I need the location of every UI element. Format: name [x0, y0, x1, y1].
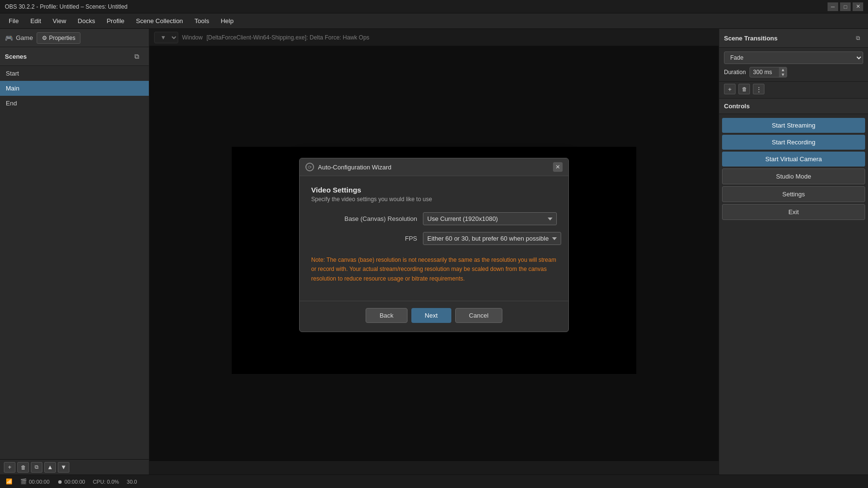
menu-help[interactable]: Help — [216, 15, 238, 26]
scenes-toolbar: + 🗑 ⧉ ▲ ▼ — [0, 459, 149, 475]
menu-file[interactable]: File — [4, 15, 24, 26]
resolution-label: Base (Canvas) Resolution — [311, 215, 417, 222]
auto-config-dialog: ⟳ Auto-Configuration Wizard ✕ Video Sett… — [299, 158, 569, 332]
more-transition-button[interactable]: ⋮ — [753, 84, 764, 94]
controls-header: Controls — [719, 99, 868, 114]
time1-status: 🎬 00:00:00 — [20, 478, 50, 485]
time1-value: 00:00:00 — [29, 479, 50, 485]
transitions-title: Scene Transitions — [724, 35, 777, 42]
fps-label: FPS — [311, 235, 417, 242]
settings-button[interactable]: Settings — [722, 186, 865, 202]
network-status: 📶 — [6, 478, 13, 485]
titlebar-close-button[interactable]: ✕ — [853, 2, 863, 11]
delete-scene-button[interactable]: 🗑 — [17, 462, 29, 473]
network-icon: 📶 — [6, 478, 13, 485]
duration-down-button[interactable]: ▼ — [779, 72, 787, 77]
start-streaming-button[interactable]: Start Streaming — [722, 118, 865, 133]
menu-profile[interactable]: Profile — [102, 15, 129, 26]
scenes-list: Start Main End — [0, 66, 149, 459]
next-button[interactable]: Next — [411, 308, 451, 323]
game-icon: 🎮 — [5, 34, 13, 42]
fps-value: 30.0 — [127, 479, 137, 485]
right-panel: Scene Transitions ⧉ Fade Duration ▲ ▼ + … — [719, 29, 868, 475]
dialog-title: Auto-Configuration Wizard — [318, 164, 549, 171]
cancel-button[interactable]: Cancel — [455, 308, 502, 323]
properties-bar: 🎮 Game ⚙ Properties — [0, 29, 149, 47]
section-title: Video Settings — [311, 186, 557, 194]
fps-row: FPS Either 60 or 30, but prefer 60 when … — [311, 232, 557, 245]
fps-select[interactable]: Either 60 or 30, but prefer 60 when poss… — [423, 232, 561, 245]
studio-mode-button[interactable]: Studio Mode — [722, 168, 865, 184]
duration-row: Duration ▲ ▼ — [724, 67, 863, 77]
titlebar-title: OBS 30.2.2 - Profile: Untitled – Scenes:… — [5, 3, 128, 10]
move-scene-up-button[interactable]: ▲ — [44, 462, 56, 473]
time2-value: 00:00:00 — [65, 479, 85, 485]
clock2-icon: ⏺ — [57, 479, 63, 485]
dialog-body: Video Settings Specify the video setting… — [300, 176, 568, 301]
section-subtitle: Specify the video settings you would lik… — [311, 196, 557, 203]
dialog-overlay: ⟳ Auto-Configuration Wizard ✕ Video Sett… — [149, 29, 719, 461]
scene-item-start[interactable]: Start — [0, 66, 149, 81]
menu-edit[interactable]: Edit — [26, 15, 46, 26]
dialog-close-button[interactable]: ✕ — [553, 162, 563, 172]
start-recording-button[interactable]: Start Recording — [722, 135, 865, 150]
cpu-status: CPU: 0.0% — [93, 479, 119, 485]
resolution-row: Base (Canvas) Resolution Use Current (19… — [311, 212, 557, 225]
scenes-header: Scenes ⧉ — [0, 47, 149, 66]
menu-scene-collection[interactable]: Scene Collection — [131, 15, 188, 26]
duplicate-scene-button[interactable]: ⧉ — [31, 462, 42, 473]
titlebar: OBS 30.2.2 - Profile: Untitled – Scenes:… — [0, 0, 868, 13]
menu-view[interactable]: View — [48, 15, 71, 26]
resolution-select[interactable]: Use Current (1920x1080) 1280x720 1920x10… — [423, 212, 557, 225]
add-transition-button[interactable]: + — [724, 84, 736, 94]
transitions-expand-icon[interactable]: ⧉ — [853, 33, 863, 43]
scenes-title: Scenes — [5, 53, 27, 60]
duration-label: Duration — [724, 69, 746, 76]
scenes-copy-icon[interactable]: ⧉ — [132, 51, 142, 62]
titlebar-controls: ─ □ ✕ — [828, 2, 863, 11]
duration-input[interactable] — [750, 67, 779, 77]
warning-box: Note: The canvas (base) resolution is no… — [311, 252, 557, 287]
controls-title: Controls — [724, 103, 750, 110]
dialog-footer: Back Next Cancel — [300, 301, 568, 332]
statusbar: 📶 🎬 00:00:00 ⏺ 00:00:00 CPU: 0.0% 30.0 — [0, 475, 868, 488]
add-scene-button[interactable]: + — [4, 462, 15, 473]
menu-tools[interactable]: Tools — [190, 15, 214, 26]
duration-spinners: ▲ ▼ — [779, 67, 787, 77]
menu-docks[interactable]: Docks — [73, 15, 100, 26]
clock1-icon: 🎬 — [20, 478, 27, 485]
game-label-text: Game — [16, 34, 33, 41]
game-label: 🎮 Game — [5, 34, 33, 42]
fade-dropdown[interactable]: Fade — [724, 51, 863, 64]
controls-body: Start Streaming Start Recording Start Vi… — [719, 114, 868, 224]
properties-button[interactable]: ⚙ Properties — [37, 32, 80, 44]
minimize-button[interactable]: ─ — [828, 2, 838, 11]
transitions-icons: + 🗑 ⋮ — [719, 82, 868, 98]
scene-item-main[interactable]: Main — [0, 81, 149, 96]
left-sidebar: 🎮 Game ⚙ Properties Scenes ⧉ Start Main … — [0, 29, 149, 475]
delete-transition-button[interactable]: 🗑 — [738, 84, 750, 94]
wizard-icon: ⟳ — [305, 163, 314, 171]
back-button[interactable]: Back — [366, 308, 408, 323]
transitions-header: Scene Transitions ⧉ — [719, 29, 868, 48]
time2-status: ⏺ 00:00:00 — [57, 479, 85, 485]
cpu-label: CPU: 0.0% — [93, 479, 119, 485]
dialog-titlebar: ⟳ Auto-Configuration Wizard ✕ — [300, 158, 568, 176]
start-virtual-camera-button[interactable]: Start Virtual Camera — [722, 152, 865, 167]
menubar: File Edit View Docks Profile Scene Colle… — [0, 13, 868, 29]
scene-item-end[interactable]: End — [0, 96, 149, 111]
transitions-body: Fade Duration ▲ ▼ — [719, 48, 868, 82]
duration-up-button[interactable]: ▲ — [779, 67, 787, 72]
maximize-button[interactable]: □ — [840, 2, 851, 11]
move-scene-down-button[interactable]: ▼ — [58, 462, 69, 473]
duration-input-wrap: ▲ ▼ — [750, 67, 787, 77]
fps-status: 30.0 — [127, 479, 137, 485]
exit-button[interactable]: Exit — [722, 204, 865, 220]
